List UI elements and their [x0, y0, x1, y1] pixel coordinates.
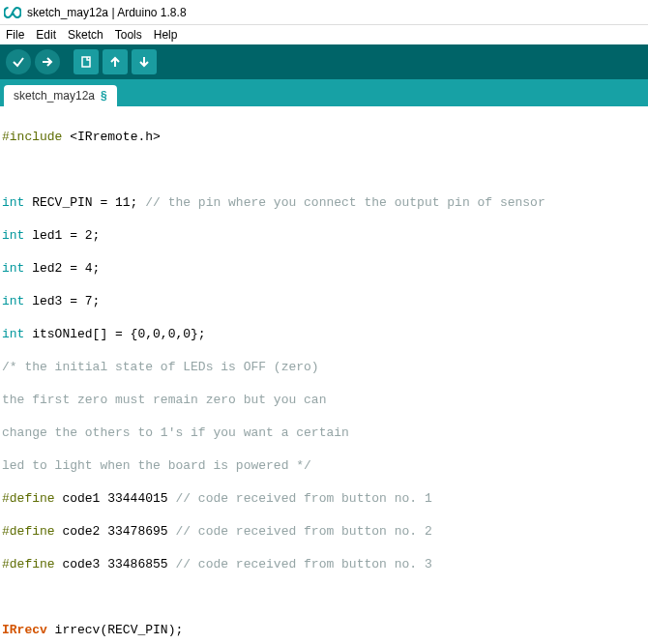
- menu-edit[interactable]: Edit: [32, 27, 60, 43]
- tok: RECV_PIN = 11;: [24, 195, 145, 210]
- tok: #define: [2, 524, 55, 539]
- menu-file[interactable]: File: [2, 27, 28, 43]
- new-file-icon: [79, 55, 93, 69]
- tok: int: [2, 261, 24, 276]
- menu-help[interactable]: Help: [150, 27, 182, 43]
- tok: <IRremote.h>: [70, 130, 161, 144]
- tok: led to light when the board is powered *…: [2, 458, 311, 473]
- tok: int: [2, 228, 24, 243]
- svg-rect-0: [82, 57, 90, 67]
- tab-sketch[interactable]: sketch_may12a§: [4, 85, 117, 106]
- tok: /* the initial state of LEDs is OFF (zer…: [2, 360, 319, 374]
- tok: #include: [2, 130, 62, 144]
- tok: irrecv(RECV_PIN);: [47, 623, 183, 637]
- tok: // code received from button no. 2: [175, 524, 431, 539]
- tab-label: sketch_may12a: [14, 89, 95, 102]
- tok: the first zero must remain zero but you …: [2, 393, 326, 407]
- save-button[interactable]: [132, 49, 157, 74]
- tok: int: [2, 327, 24, 341]
- tok: code3 33486855: [55, 557, 176, 571]
- menu-sketch[interactable]: Sketch: [64, 27, 107, 43]
- code-editor[interactable]: #include <IRremote.h> int RECV_PIN = 11;…: [0, 106, 648, 644]
- tok: code2 33478695: [55, 524, 176, 539]
- tok: change the others to 1's if you want a c…: [2, 425, 349, 440]
- arrow-down-icon: [137, 55, 151, 69]
- tok: // code received from button no. 1: [175, 491, 431, 506]
- new-button[interactable]: [74, 49, 99, 74]
- tok: led3 = 7;: [24, 294, 100, 308]
- tab-modified-indicator: §: [101, 89, 107, 102]
- tok: #define: [2, 491, 55, 506]
- open-button[interactable]: [103, 49, 128, 74]
- tab-bar: sketch_may12a§: [0, 79, 648, 106]
- menu-bar: File Edit Sketch Tools Help: [0, 25, 648, 44]
- verify-button[interactable]: [6, 49, 31, 74]
- arrow-up-icon: [108, 55, 122, 69]
- tok: // code received from button no. 3: [175, 557, 431, 571]
- toolbar: [0, 44, 648, 79]
- menu-tools[interactable]: Tools: [111, 27, 146, 43]
- tok: IRrecv: [2, 623, 47, 637]
- upload-button[interactable]: [35, 49, 60, 74]
- tok: led2 = 4;: [24, 261, 100, 276]
- tok: int: [2, 195, 24, 210]
- tok: led1 = 2;: [24, 228, 100, 243]
- tok: #define: [2, 557, 55, 571]
- window-titlebar: sketch_may12a | Arduino 1.8.8: [0, 0, 648, 25]
- arduino-logo-icon: [4, 4, 21, 21]
- tok: int: [2, 294, 24, 308]
- check-icon: [12, 55, 25, 69]
- arrow-right-icon: [41, 55, 54, 69]
- tok: // the pin where you connect the output …: [145, 195, 545, 210]
- window-title: sketch_may12a | Arduino 1.8.8: [27, 6, 187, 19]
- tok: itsONled[] = {0,0,0,0};: [24, 327, 205, 341]
- tok: code1 33444015: [55, 491, 176, 506]
